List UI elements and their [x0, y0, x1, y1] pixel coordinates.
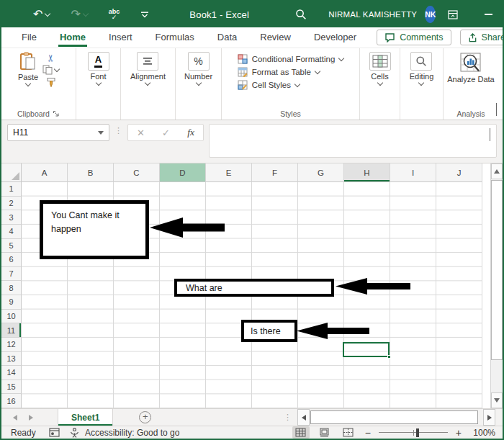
column-header-J[interactable]: J	[436, 163, 482, 182]
tab-developer[interactable]: Developer	[311, 28, 359, 47]
zoom-slider-thumb[interactable]	[416, 428, 419, 437]
number-button[interactable]: % Number	[184, 52, 212, 119]
row-header-15[interactable]: 15	[1, 380, 22, 395]
insert-function-button[interactable]: fx	[187, 127, 194, 138]
analyze-data-button[interactable]: Analyze Data	[447, 52, 494, 108]
redo-button[interactable]: ↷	[71, 9, 87, 20]
column-header-A[interactable]: A	[22, 163, 68, 182]
format-as-table-button[interactable]: Format as Table	[238, 67, 344, 77]
copy-button[interactable]	[42, 65, 59, 75]
avatar[interactable]: NK	[425, 6, 436, 23]
column-header-H[interactable]: H	[344, 163, 390, 182]
comments-button[interactable]: Comments	[377, 30, 451, 45]
row-header-10[interactable]: 10	[1, 310, 22, 324]
cancel-icon[interactable]: ✕	[137, 127, 145, 138]
scroll-down-button[interactable]	[491, 392, 503, 408]
row-header-3[interactable]: 3	[1, 210, 22, 225]
scroll-right-button[interactable]	[483, 409, 495, 426]
cell-styles-button[interactable]: Cell Styles	[238, 80, 344, 90]
column-header-D[interactable]: D	[160, 163, 206, 182]
search-button[interactable]	[295, 9, 307, 20]
sheet-tab-sheet1[interactable]: Sheet1	[58, 409, 113, 426]
font-button[interactable]: A Font	[88, 52, 109, 119]
minimize-button[interactable]	[472, 1, 504, 27]
accessibility-button[interactable]	[70, 428, 79, 438]
undo-button[interactable]: ↶	[33, 9, 50, 20]
row-header-16[interactable]: 16	[1, 394, 22, 408]
name-box-dropdown-icon[interactable]	[98, 131, 104, 135]
horizontal-scrollbar[interactable]	[297, 409, 479, 426]
column-header-F[interactable]: F	[252, 163, 298, 182]
left-arrow-shape-3[interactable]	[297, 322, 369, 340]
macro-record-button[interactable]	[49, 428, 60, 437]
user-name[interactable]: NIRMAL KAMISHETTY	[328, 10, 417, 19]
conditional-formatting-button[interactable]: Conditional Formatting	[238, 54, 344, 64]
vertical-scroll-track[interactable]	[491, 361, 503, 392]
cut-icon[interactable]: ✂	[46, 54, 55, 62]
left-arrow-shape-2[interactable]	[336, 277, 410, 295]
textbox-1[interactable]: You Cant make it happen	[40, 200, 149, 259]
collapse-ribbon-button[interactable]	[496, 104, 497, 117]
name-box[interactable]: H11	[7, 124, 109, 141]
ribbon-display-options-button[interactable]	[448, 10, 458, 19]
scroll-left-button[interactable]	[297, 409, 310, 426]
enter-icon[interactable]: ✓	[162, 127, 170, 138]
page-layout-view-button[interactable]	[316, 426, 333, 439]
select-all-button[interactable]	[1, 163, 22, 182]
row-header-12[interactable]: 12	[1, 338, 22, 352]
column-header-I[interactable]: I	[390, 163, 436, 182]
previous-sheet-button[interactable]	[13, 415, 17, 421]
zoom-slider[interactable]	[379, 432, 448, 434]
vertical-scrollbar[interactable]	[490, 163, 503, 408]
row-header-7[interactable]: 7	[1, 267, 22, 282]
format-painter-icon[interactable]	[46, 77, 56, 88]
tab-insert[interactable]: Insert	[106, 28, 135, 47]
textbox-2[interactable]: What are	[174, 279, 334, 297]
tab-file[interactable]: File	[19, 28, 40, 47]
normal-view-button[interactable]	[292, 426, 310, 439]
row-header-4[interactable]: 4	[1, 225, 22, 239]
row-header-5[interactable]: 5	[1, 239, 22, 253]
share-button[interactable]: Share	[460, 30, 504, 45]
row-header-11[interactable]: 11	[1, 323, 22, 338]
tab-scroll-divider[interactable]: ⋮	[284, 413, 292, 422]
worksheet[interactable]: ABCDEFGHIJ 12345678910111213141516 You C…	[1, 163, 503, 408]
spelling-button[interactable]: abc ✓	[109, 9, 120, 21]
column-header-C[interactable]: C	[114, 163, 160, 182]
zoom-level[interactable]: 100%	[469, 428, 495, 438]
row-header-9[interactable]: 9	[1, 295, 22, 310]
row-header-8[interactable]: 8	[1, 281, 22, 295]
new-sheet-button[interactable]: +	[139, 411, 151, 423]
next-sheet-button[interactable]	[29, 415, 33, 421]
row-header-6[interactable]: 6	[1, 253, 22, 267]
accessibility-status[interactable]: Accessibility: Good to go	[85, 428, 179, 438]
dialog-launcher-icon[interactable]	[53, 110, 60, 117]
column-header-G[interactable]: G	[298, 163, 344, 182]
tab-data[interactable]: Data	[215, 28, 240, 47]
formula-input[interactable]	[209, 124, 497, 158]
left-arrow-shape-1[interactable]	[150, 217, 225, 238]
scroll-up-button[interactable]	[491, 163, 503, 179]
fill-handle[interactable]	[387, 355, 391, 359]
customize-qat-button[interactable]	[140, 12, 149, 18]
cells-button[interactable]: Cells	[369, 52, 391, 119]
tab-home[interactable]: Home	[57, 28, 89, 47]
editing-button[interactable]: Editing	[410, 52, 434, 119]
tab-review[interactable]: Review	[257, 28, 294, 47]
horizontal-scroll-thumb[interactable]	[310, 410, 478, 424]
paste-button[interactable]: Paste	[18, 52, 38, 86]
alignment-button[interactable]: Alignment	[130, 52, 166, 119]
row-header-13[interactable]: 13	[1, 352, 22, 367]
collapse-formula-bar-button[interactable]	[490, 129, 490, 142]
row-header-1[interactable]: 1	[1, 182, 22, 197]
textbox-3[interactable]: Is there	[241, 320, 297, 342]
row-header-2[interactable]: 2	[1, 197, 22, 211]
zoom-in-button[interactable]: +	[454, 427, 463, 439]
row-header-14[interactable]: 14	[1, 366, 22, 380]
column-header-E[interactable]: E	[206, 163, 252, 182]
active-cell-selection[interactable]	[343, 342, 390, 357]
zoom-out-button[interactable]: −	[364, 427, 372, 439]
vertical-scroll-thumb[interactable]	[491, 180, 503, 360]
tab-formulas[interactable]: Formulas	[153, 28, 197, 47]
column-header-B[interactable]: B	[68, 163, 114, 182]
